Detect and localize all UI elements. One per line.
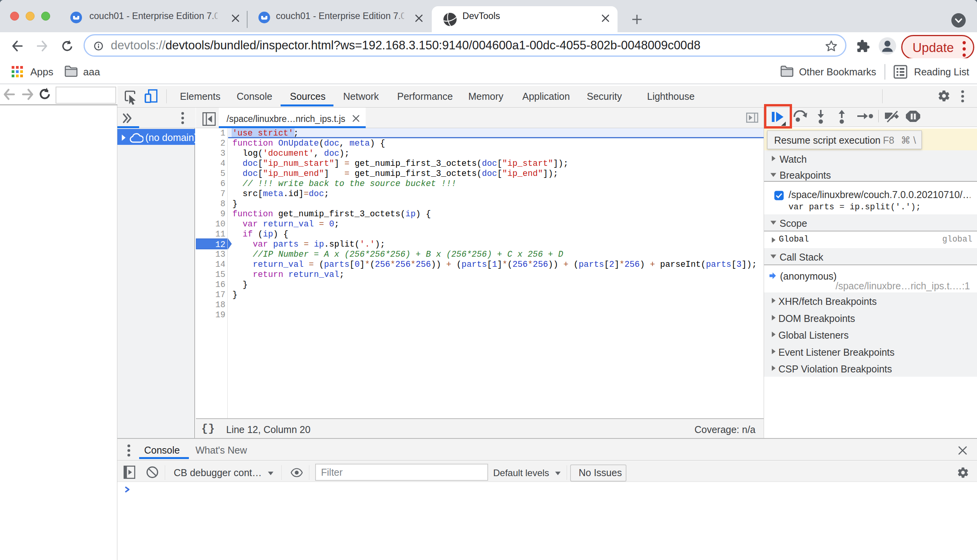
svg-text:12: 12 [215,240,225,249]
